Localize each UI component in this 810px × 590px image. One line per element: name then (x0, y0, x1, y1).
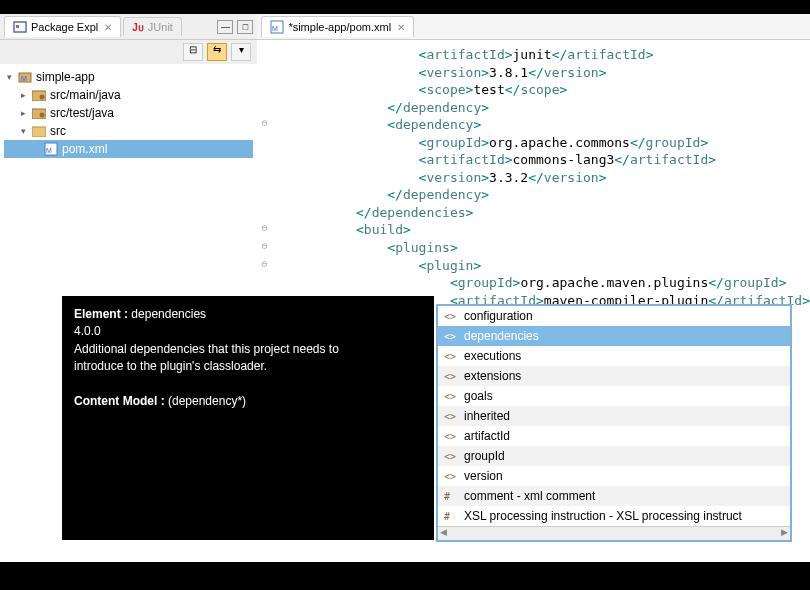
minimize-button[interactable]: — (217, 20, 233, 34)
explorer-toolbar: ⊟ ⇆ ▾ (0, 40, 257, 64)
chevron-down-icon[interactable]: ▾ (4, 72, 14, 82)
element-label: Element : (74, 307, 128, 321)
autocomplete-label: executions (464, 349, 521, 363)
autocomplete-label: inherited (464, 409, 510, 423)
fold-icon[interactable]: ⊖ (261, 239, 267, 253)
code-line[interactable]: <scope>test</scope> (277, 81, 810, 99)
horizontal-scrollbar[interactable]: ◀▶ (438, 526, 790, 540)
collapse-all-button[interactable]: ⊟ (183, 43, 203, 61)
xml-element-icon: <> (444, 471, 458, 482)
element-name: dependencies (131, 307, 206, 321)
xml-element-icon: <> (444, 451, 458, 462)
close-icon[interactable]: ✕ (104, 22, 112, 33)
code-line[interactable]: ⊖ <plugins> (277, 239, 810, 257)
svg-text:M: M (272, 25, 278, 32)
autocomplete-item[interactable]: <>configuration (438, 306, 790, 326)
svg-point-5 (40, 95, 45, 100)
code-line[interactable]: ⊖ <dependency> (277, 116, 810, 134)
autocomplete-item[interactable]: <>dependencies (438, 326, 790, 346)
xml-element-icon: <> (444, 411, 458, 422)
autocomplete-label: version (464, 469, 503, 483)
tree-label: src/main/java (50, 88, 121, 102)
svg-rect-0 (14, 22, 26, 32)
package-folder-icon (32, 107, 46, 119)
xml-element-icon: # (444, 511, 458, 522)
tab-package-explorer[interactable]: Package Expl ✕ (4, 16, 121, 37)
chevron-down-icon[interactable]: ▾ (18, 126, 28, 136)
code-line[interactable]: </dependencies> (277, 204, 810, 222)
autocomplete-item[interactable]: #comment - xml comment (438, 486, 790, 506)
xml-file-icon: M (44, 142, 58, 156)
code-line[interactable]: <version>3.3.2</version> (277, 169, 810, 187)
maximize-button[interactable]: □ (237, 20, 253, 34)
content-model: (dependency*) (168, 394, 246, 408)
code-line[interactable]: <version>3.8.1</version> (277, 64, 810, 82)
xml-element-icon: <> (444, 371, 458, 382)
package-folder-icon (32, 89, 46, 101)
autocomplete-item[interactable]: #XSL processing instruction - XSL proces… (438, 506, 790, 526)
fold-icon[interactable]: ⊖ (261, 257, 267, 271)
element-version: 4.0.0 (74, 323, 422, 340)
tree-node-project[interactable]: ▾ M simple-app (4, 68, 253, 86)
autocomplete-item[interactable]: <>goals (438, 386, 790, 406)
element-desc-2: introduce to the plugin's classloader. (74, 358, 422, 375)
tab-label: *simple-app/pom.xml (288, 21, 391, 33)
tree-node-src[interactable]: ▾ src (4, 122, 253, 140)
folder-icon (32, 125, 46, 137)
tree-node-pom[interactable]: M pom.xml (4, 140, 253, 158)
code-line[interactable]: <artifactId>commons-lang3</artifactId> (277, 151, 810, 169)
xml-file-icon: M (270, 20, 284, 34)
fold-icon[interactable]: ⊖ (261, 221, 267, 235)
code-line[interactable]: ⊖ <build> (277, 221, 810, 239)
svg-rect-1 (16, 25, 19, 28)
autocomplete-label: goals (464, 389, 493, 403)
content-model-label: Content Model : (74, 394, 165, 408)
svg-text:M: M (46, 147, 52, 154)
close-icon[interactable]: ✕ (397, 22, 405, 33)
tree-label: pom.xml (62, 142, 107, 156)
code-line[interactable]: <groupId>org.apache.commons</groupId> (277, 134, 810, 152)
chevron-right-icon[interactable]: ▸ (18, 108, 28, 118)
tree-label: simple-app (36, 70, 95, 84)
svg-point-7 (40, 113, 45, 118)
autocomplete-item[interactable]: <>groupId (438, 446, 790, 466)
tree-node-src-test[interactable]: ▸ src/test/java (4, 104, 253, 122)
tree-node-src-main[interactable]: ▸ src/main/java (4, 86, 253, 104)
svg-text:M: M (21, 75, 27, 82)
package-explorer-icon (13, 20, 27, 34)
code-line[interactable]: ⊖ <plugin> (277, 257, 810, 275)
xml-element-icon: <> (444, 351, 458, 362)
autocomplete-item[interactable]: <>inherited (438, 406, 790, 426)
fold-icon[interactable]: ⊖ (261, 116, 267, 130)
tree-label: src/test/java (50, 106, 114, 120)
xml-element-icon: <> (444, 391, 458, 402)
autocomplete-label: XSL processing instruction - XSL process… (464, 509, 742, 523)
autocomplete-item[interactable]: <>executions (438, 346, 790, 366)
autocomplete-item[interactable]: <>version (438, 466, 790, 486)
autocomplete-label: artifactId (464, 429, 510, 443)
autocomplete-label: comment - xml comment (464, 489, 595, 503)
autocomplete-list[interactable]: <>configuration<>dependencies<>execution… (438, 306, 790, 526)
autocomplete-label: groupId (464, 449, 505, 463)
xml-element-icon: <> (444, 331, 458, 342)
code-line[interactable]: <groupId>org.apache.maven.plugins</group… (277, 274, 810, 292)
autocomplete-item[interactable]: <>artifactId (438, 426, 790, 446)
xml-element-icon: <> (444, 431, 458, 442)
xml-element-icon: <> (444, 311, 458, 322)
view-menu-button[interactable]: ▾ (231, 43, 251, 61)
code-line[interactable]: </dependency> (277, 99, 810, 117)
code-line[interactable]: </dependency> (277, 186, 810, 204)
tab-junit[interactable]: Jᴜ JUnit (123, 17, 182, 36)
tab-pom-editor[interactable]: M *simple-app/pom.xml ✕ (261, 16, 414, 37)
svg-rect-8 (32, 127, 46, 137)
tree-label: src (50, 124, 66, 138)
junit-icon: Jᴜ (132, 22, 144, 33)
autocomplete-item[interactable]: <>extensions (438, 366, 790, 386)
tab-label: Package Expl (31, 21, 98, 33)
chevron-right-icon[interactable]: ▸ (18, 90, 28, 100)
left-panel-tabbar: Package Expl ✕ Jᴜ JUnit — □ (0, 14, 257, 40)
hover-doc-panel: Element : dependencies 4.0.0 Additional … (62, 296, 434, 540)
autocomplete-label: configuration (464, 309, 533, 323)
code-line[interactable]: <artifactId>junit</artifactId> (277, 46, 810, 64)
link-editor-button[interactable]: ⇆ (207, 43, 227, 61)
